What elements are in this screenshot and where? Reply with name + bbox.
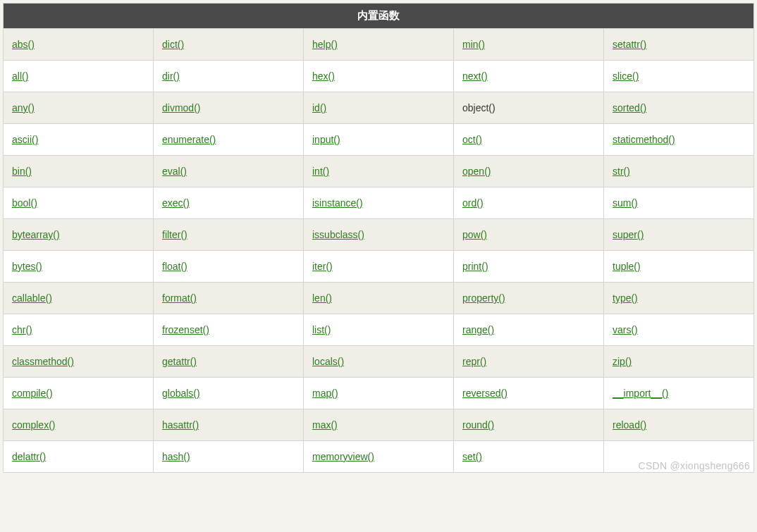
function-text: object() xyxy=(462,102,496,113)
function-link[interactable]: zip() xyxy=(613,356,632,367)
function-link[interactable]: hash() xyxy=(162,451,190,462)
function-link[interactable]: locals() xyxy=(312,356,344,367)
function-link[interactable]: max() xyxy=(312,419,338,431)
function-link[interactable]: input() xyxy=(312,134,340,145)
function-link[interactable]: len() xyxy=(312,292,332,304)
function-link[interactable]: map() xyxy=(312,388,338,399)
function-link[interactable]: dict() xyxy=(162,39,184,50)
function-link[interactable]: oct() xyxy=(462,134,482,145)
table-cell: callable() xyxy=(4,283,154,314)
table-cell: oct() xyxy=(454,124,604,156)
function-link[interactable]: round() xyxy=(462,419,494,431)
function-link[interactable]: vars() xyxy=(613,324,638,335)
table-header: 内置函数 xyxy=(4,4,754,29)
function-link[interactable]: delattr() xyxy=(12,451,46,462)
function-link[interactable]: list() xyxy=(312,324,331,335)
function-link[interactable]: exec() xyxy=(162,197,190,209)
table-cell: iter() xyxy=(304,251,454,283)
function-link[interactable]: next() xyxy=(462,70,488,82)
function-link[interactable]: hex() xyxy=(312,70,335,82)
function-link[interactable]: frozenset() xyxy=(162,324,209,335)
table-cell: eval() xyxy=(154,156,304,187)
table-row: complex()hasattr()max()round()reload() xyxy=(4,409,754,441)
table-cell: hex() xyxy=(304,61,454,92)
function-link[interactable]: memoryview() xyxy=(312,451,374,462)
table-cell: hash() xyxy=(154,441,304,473)
function-link[interactable]: abs() xyxy=(12,39,35,50)
function-link[interactable]: all() xyxy=(12,70,28,82)
table-cell: exec() xyxy=(154,187,304,219)
function-link[interactable]: dir() xyxy=(162,70,180,82)
function-link[interactable]: min() xyxy=(462,39,485,50)
function-link[interactable]: any() xyxy=(12,102,35,113)
table-cell: setattr() xyxy=(604,29,754,61)
function-link[interactable]: enumerate() xyxy=(162,134,216,145)
function-link[interactable]: reversed() xyxy=(462,388,507,399)
table-cell: ord() xyxy=(454,187,604,219)
table-cell: print() xyxy=(454,251,604,283)
function-link[interactable]: sum() xyxy=(613,197,638,209)
function-link[interactable]: chr() xyxy=(12,324,32,335)
function-link[interactable]: set() xyxy=(462,451,482,462)
function-link[interactable]: int() xyxy=(312,166,329,177)
function-link[interactable]: slice() xyxy=(613,70,639,82)
function-link[interactable]: super() xyxy=(613,229,644,240)
table-row: callable()format()len()property()type() xyxy=(4,283,754,314)
function-link[interactable]: reload() xyxy=(613,419,646,431)
table-row: classmethod()getattr()locals()repr()zip(… xyxy=(4,346,754,378)
table-cell: dict() xyxy=(154,29,304,61)
function-link[interactable]: str() xyxy=(613,166,630,177)
table-row: abs()dict()help()min()setattr() xyxy=(4,29,754,61)
table-cell: enumerate() xyxy=(154,124,304,156)
function-link[interactable]: range() xyxy=(462,324,494,335)
function-link[interactable]: classmethod() xyxy=(12,356,74,367)
function-link[interactable]: iter() xyxy=(312,261,333,272)
table-cell: sum() xyxy=(604,187,754,219)
table-row: compile()globals()map()reversed()__impor… xyxy=(4,378,754,409)
function-link[interactable]: compile() xyxy=(12,388,53,399)
function-link[interactable]: callable() xyxy=(12,292,52,304)
function-link[interactable]: ascii() xyxy=(12,134,38,145)
function-link[interactable]: bin() xyxy=(12,166,32,177)
function-link[interactable]: getattr() xyxy=(162,356,197,367)
function-link[interactable]: id() xyxy=(312,102,326,113)
table-cell: memoryview() xyxy=(304,441,454,473)
function-link[interactable]: staticmethod() xyxy=(613,134,675,145)
function-link[interactable]: eval() xyxy=(162,166,187,177)
function-link[interactable]: property() xyxy=(462,292,505,304)
function-link[interactable]: __import__() xyxy=(613,388,668,399)
function-link[interactable]: pow() xyxy=(462,229,487,240)
function-link[interactable]: complex() xyxy=(12,419,55,431)
function-link[interactable]: hasattr() xyxy=(162,419,199,431)
function-link[interactable]: setattr() xyxy=(613,39,646,50)
function-link[interactable]: float() xyxy=(162,261,187,272)
function-link[interactable]: bytearray() xyxy=(12,229,60,240)
function-link[interactable]: print() xyxy=(462,261,488,272)
function-link[interactable]: sorted() xyxy=(613,102,646,113)
table-row: all()dir()hex()next()slice() xyxy=(4,61,754,92)
function-link[interactable]: ord() xyxy=(462,197,484,209)
function-link[interactable]: open() xyxy=(462,166,491,177)
function-link[interactable]: bool() xyxy=(12,197,37,209)
function-link[interactable]: issubclass() xyxy=(312,229,364,240)
function-link[interactable]: filter() xyxy=(162,229,187,240)
table-cell: dir() xyxy=(154,61,304,92)
function-link[interactable]: globals() xyxy=(162,388,200,399)
table-cell: next() xyxy=(454,61,604,92)
function-link[interactable]: format() xyxy=(162,292,197,304)
function-link[interactable]: help() xyxy=(312,39,338,50)
function-link[interactable]: isinstance() xyxy=(312,197,363,209)
table-cell: min() xyxy=(454,29,604,61)
function-link[interactable]: bytes() xyxy=(12,261,42,272)
table-cell: all() xyxy=(4,61,154,92)
function-link[interactable]: repr() xyxy=(462,356,486,367)
table-cell: reversed() xyxy=(454,378,604,409)
table-cell: bin() xyxy=(4,156,154,187)
table-cell: delattr() xyxy=(4,441,154,473)
table-cell: bytes() xyxy=(4,251,154,283)
function-link[interactable]: divmod() xyxy=(162,102,200,113)
function-link[interactable]: type() xyxy=(613,292,638,304)
function-link[interactable]: tuple() xyxy=(613,261,641,272)
table-cell: complex() xyxy=(4,409,154,441)
table-row: chr()frozenset()list()range()vars() xyxy=(4,314,754,346)
